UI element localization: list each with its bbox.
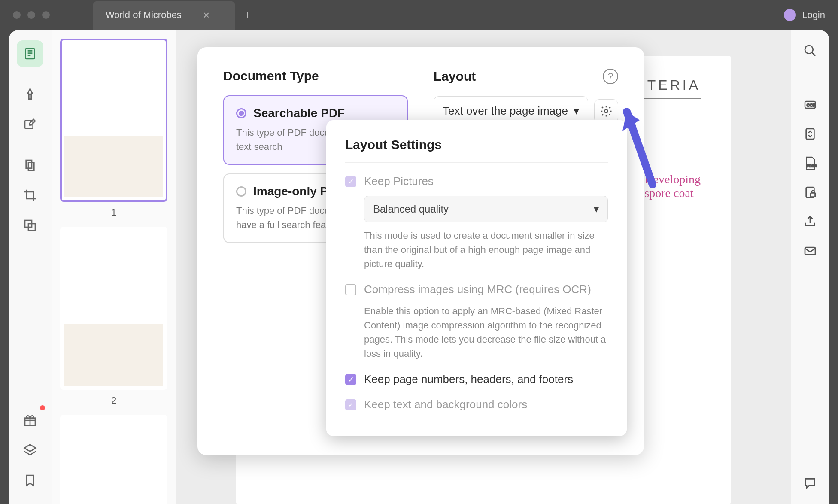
left-toolbar [9, 30, 52, 504]
pdfa-button[interactable]: PDF/A [802, 155, 819, 172]
quality-select[interactable]: Balanced quality ▾ [364, 196, 608, 222]
svg-rect-14 [805, 247, 815, 255]
checkbox-label: Compress images using MRC (requires OCR) [364, 283, 591, 296]
radio-checked-icon [236, 108, 246, 118]
checkbox-label: Keep page numbers, headers, and footers [364, 373, 573, 386]
keep-headers-checkbox[interactable]: ✓ [345, 374, 356, 385]
checkbox-label: Keep Pictures [364, 175, 434, 188]
bookmark-button[interactable] [17, 467, 43, 494]
right-toolbar: OCR PDF/A [791, 30, 829, 504]
layout-settings-popover: Layout Settings ✓ Keep Pictures Balanced… [326, 120, 627, 436]
crop-tool-button[interactable] [17, 182, 43, 209]
user-avatar[interactable] [784, 9, 796, 21]
reader-mode-button[interactable] [17, 40, 43, 67]
annotate-tool-button[interactable] [17, 111, 43, 138]
layers-button[interactable] [17, 437, 43, 464]
thumbnails-panel: 1 2 [52, 30, 176, 504]
search-button[interactable] [802, 42, 819, 59]
close-window-button[interactable] [13, 11, 21, 19]
svg-text:PDF/A: PDF/A [807, 164, 817, 168]
thumb-number: 1 [111, 207, 116, 218]
window-controls [13, 11, 50, 19]
select-value: Text over the page image [443, 104, 568, 118]
keep-pictures-checkbox[interactable]: ✓ [345, 176, 356, 187]
page-thumbnail-2[interactable] [60, 227, 167, 390]
thumb-number: 2 [111, 395, 116, 406]
svg-point-7 [805, 46, 813, 54]
gift-button[interactable] [17, 407, 43, 434]
layout-settings-button[interactable] [594, 99, 618, 123]
page-thumbnail-1[interactable] [60, 39, 167, 202]
document-type-heading: Document Type [223, 69, 408, 83]
keep-colors-checkbox[interactable]: ✓ [345, 399, 356, 410]
document-tab[interactable]: World of Microbes × [93, 1, 235, 30]
mail-button[interactable] [802, 242, 819, 259]
option-title: Searchable PDF [253, 106, 345, 120]
quality-description: This mode is used to create a document s… [364, 228, 608, 271]
highlight-tool-button[interactable] [17, 81, 43, 108]
chevron-down-icon: ▾ [594, 203, 599, 215]
compress-description: Enable this option to apply an MRC-based… [364, 304, 608, 361]
svg-rect-2 [26, 160, 32, 168]
checkbox-label: Keep text and background colors [364, 398, 527, 411]
login-button[interactable]: Login [802, 9, 825, 21]
ocr-button[interactable]: OCR [802, 96, 819, 113]
share-button[interactable] [802, 213, 819, 230]
layout-heading: Layout [434, 69, 476, 84]
tab-title: World of Microbes [106, 9, 182, 21]
compare-tool-button[interactable] [17, 212, 43, 239]
pages-tool-button[interactable] [17, 152, 43, 179]
compress-mrc-checkbox[interactable] [345, 284, 356, 295]
convert-button[interactable] [802, 125, 819, 143]
svg-text:OCR: OCR [807, 103, 816, 107]
select-value: Balanced quality [373, 203, 449, 215]
comment-button[interactable] [802, 475, 819, 492]
minimize-window-button[interactable] [27, 11, 35, 19]
radio-unchecked-icon [236, 186, 246, 197]
pointer-arrow-annotation [618, 107, 661, 195]
help-icon[interactable]: ? [603, 69, 618, 84]
titlebar: World of Microbes × + Login [0, 0, 838, 30]
maximize-window-button[interactable] [42, 11, 50, 19]
chevron-down-icon: ▾ [574, 104, 579, 118]
popover-title: Layout Settings [345, 137, 608, 163]
close-tab-button[interactable]: × [203, 9, 210, 22]
page-thumbnail-3[interactable] [60, 415, 167, 504]
protect-button[interactable] [802, 184, 819, 201]
new-tab-button[interactable]: + [244, 8, 252, 22]
svg-point-15 [604, 109, 608, 113]
